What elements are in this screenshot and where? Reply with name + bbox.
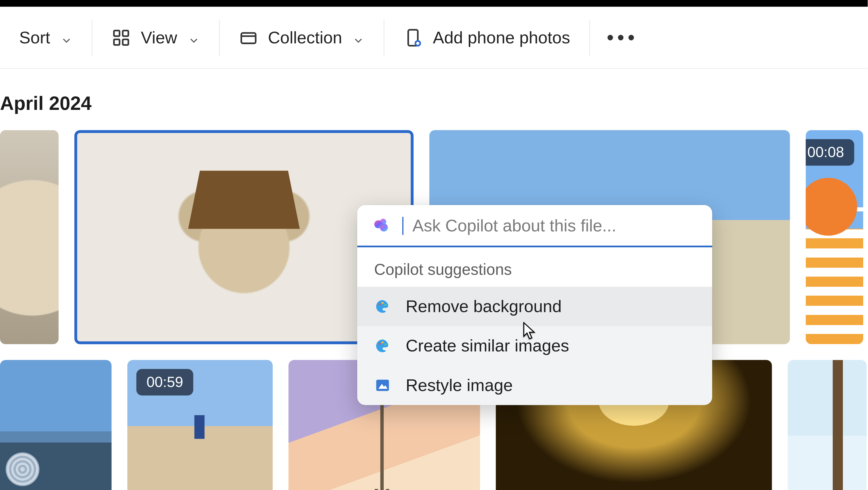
copilot-input-row[interactable] (357, 205, 712, 247)
more-icon: ••• (607, 26, 638, 49)
svg-rect-4 (241, 33, 255, 43)
phone-add-icon (404, 28, 423, 47)
section-title: April 2024 (0, 92, 868, 115)
svg-point-13 (384, 304, 386, 306)
collection-label: Collection (268, 28, 342, 47)
thumbnail[interactable]: 00:59 (127, 360, 273, 490)
copilot-icon (372, 216, 391, 235)
svg-point-11 (379, 303, 381, 305)
more-button[interactable]: ••• (590, 26, 655, 49)
view-label: View (141, 28, 177, 47)
copilot-input[interactable] (412, 216, 698, 235)
svg-rect-0 (114, 30, 120, 36)
toolbar: Sort View (0, 7, 868, 69)
chevron-down-icon (187, 31, 200, 44)
thumbnail[interactable]: 00:08 (806, 130, 863, 344)
svg-rect-1 (123, 30, 128, 36)
photo-icon (374, 377, 391, 394)
palette-icon (374, 298, 391, 315)
copilot-suggestion-label: Create similar images (406, 336, 569, 355)
window-top-strip (0, 0, 868, 7)
copilot-suggestion-restyle-image[interactable]: Restyle image (357, 366, 712, 405)
chevron-down-icon (352, 31, 365, 44)
copilot-suggestion-label: Restyle image (406, 376, 513, 395)
copilot-suggestion-remove-background[interactable]: Remove background (357, 287, 712, 326)
add-phone-photos-label: Add phone photos (433, 28, 570, 47)
svg-rect-3 (123, 39, 128, 45)
content-area: April 2024 00:08 00:59 (0, 92, 868, 490)
chevron-down-icon (60, 31, 73, 44)
copilot-popup: Copilot suggestions Remove background Cr… (357, 205, 712, 405)
thumbnail[interactable] (0, 130, 59, 344)
svg-point-10 (380, 219, 386, 225)
sort-label: Sort (19, 28, 50, 47)
add-phone-photos-button[interactable]: Add phone photos (404, 28, 570, 47)
thumbnail[interactable] (0, 360, 112, 490)
svg-rect-2 (114, 39, 120, 45)
text-caret (402, 217, 403, 235)
video-duration-badge: 00:08 (806, 139, 854, 165)
copilot-suggestions-label: Copilot suggestions (357, 247, 712, 287)
svg-point-14 (379, 343, 381, 345)
grid-icon (112, 28, 131, 47)
svg-point-16 (384, 344, 386, 346)
palette-icon (374, 337, 391, 355)
copilot-suggestion-label: Remove background (406, 297, 562, 316)
collection-button[interactable]: Collection (239, 28, 365, 47)
sort-button[interactable]: Sort (19, 28, 72, 47)
svg-point-12 (381, 302, 383, 304)
mouse-cursor-icon (521, 321, 539, 342)
thumbnail[interactable] (788, 360, 867, 490)
collection-icon (239, 28, 258, 47)
video-duration-badge: 00:59 (136, 369, 193, 395)
svg-point-15 (381, 341, 383, 343)
view-button[interactable]: View (112, 28, 200, 47)
